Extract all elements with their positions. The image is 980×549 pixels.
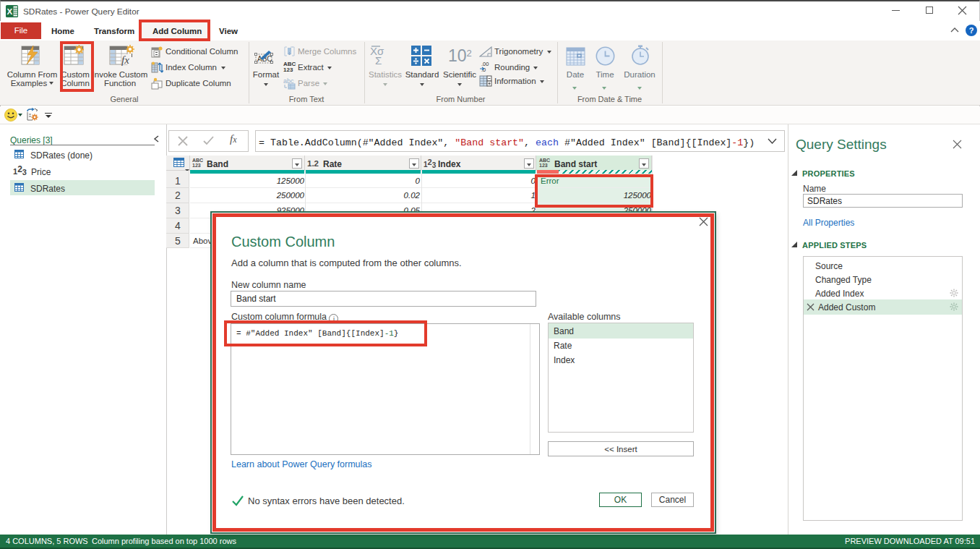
svg-text:Σ: Σ xyxy=(375,54,382,67)
svg-text:fx: fx xyxy=(121,54,129,66)
svg-text:X: X xyxy=(7,7,13,16)
